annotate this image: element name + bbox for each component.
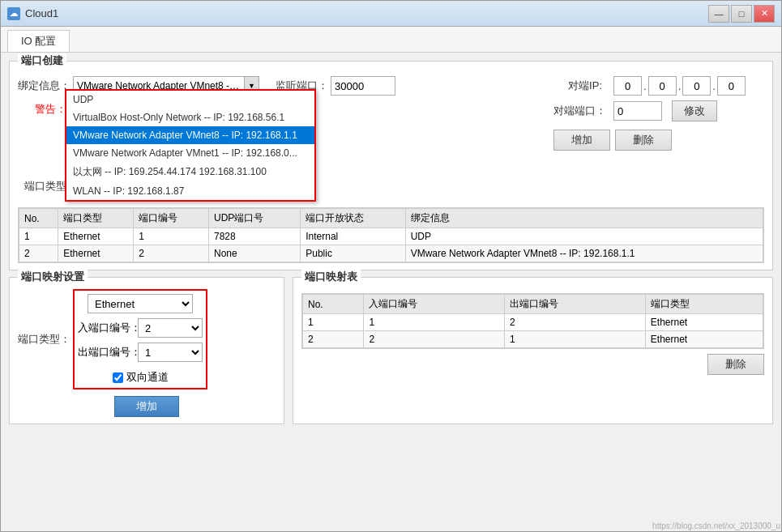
modify-button[interactable]: 修改 (672, 100, 717, 121)
col-portno: 端口编号 (134, 209, 209, 228)
in-port-label: 入端口编号： (78, 321, 135, 335)
peer-port-input[interactable] (613, 101, 662, 121)
table-row[interactable]: 2 2 1 Ethernet (303, 331, 763, 348)
peer-ip-octet2[interactable] (648, 76, 677, 96)
mapping-table: No. 入端口编号 出端口编号 端口类型 1 1 2 Ether (302, 294, 763, 348)
cell-portno: 2 (134, 245, 209, 262)
watermark: https://blog.csdn.net/xx_2013000_u (652, 521, 780, 530)
mapping-delete-row: 删除 (301, 354, 764, 375)
peer-ip-row: 对端IP: . . . (553, 76, 764, 96)
mapping-port-type-select[interactable]: Ethernet (88, 294, 193, 313)
port-creation-title: 端口创建 (18, 53, 66, 68)
bidirectional-row: 双向通道 (113, 370, 169, 385)
title-bar: ☁ Cloud1 — □ ✕ (1, 1, 781, 27)
close-button[interactable]: ✕ (754, 5, 775, 23)
mapping-in-port-row: 入端口编号： 2 1 (78, 318, 203, 338)
mapping-port-type-row: 端口类型： Ethernet 入端口编号： 2 1 (18, 289, 276, 389)
cell-portno: 1 (134, 228, 209, 245)
warn-label: 警告： (18, 102, 66, 117)
peer-ip-label: 对端IP: (553, 79, 602, 93)
map-col-no: No. (303, 295, 364, 314)
cell-udpport: None (209, 245, 301, 262)
maximize-button[interactable]: □ (731, 5, 752, 23)
map-cell-out: 1 (505, 331, 646, 348)
cell-binding: UDP (405, 228, 763, 245)
peer-ip-octet1[interactable] (613, 76, 642, 96)
dropdown-item-udp[interactable]: UDP (66, 91, 314, 109)
action-buttons: 增加 删除 (553, 130, 764, 151)
map-cell-no: 1 (303, 314, 364, 331)
cell-no: 1 (19, 228, 58, 245)
mapping-out-port-select[interactable]: 1 2 (138, 343, 203, 362)
cell-status: Internal (301, 228, 405, 245)
peer-ip-group: . . . (613, 76, 746, 96)
right-form: 对端IP: . . . 对端端口： (537, 76, 764, 151)
add-port-button[interactable]: 增加 (553, 130, 610, 151)
map-cell-type: Ethernet (645, 331, 763, 348)
tab-bar: IO 配置 (1, 27, 781, 53)
col-udpport: UDP端口号 (209, 209, 301, 228)
dropdown-item-vmnet8-selected[interactable]: VMware Network Adapter VMnet8 -- IP: 192… (66, 126, 314, 144)
map-col-out: 出端口编号 (505, 295, 646, 314)
cell-binding: VMware Network Adapter VMnet8 -- IP: 192… (405, 245, 763, 262)
out-port-label: 出端口编号： (78, 345, 135, 360)
table-row[interactable]: 2 Ethernet 2 None Public VMware Network … (19, 245, 763, 262)
tab-io-config[interactable]: IO 配置 (7, 30, 70, 52)
map-col-in: 入端口编号 (364, 295, 505, 314)
port-table-container: No. 端口类型 端口编号 UDP端口号 端口开放状态 绑定信息 1 Ether… (18, 207, 764, 263)
cell-status: Public (301, 245, 405, 262)
port-mapping-table-section: 端口映射表 No. 入端口编号 出端口编号 端口类型 (293, 277, 773, 424)
title-bar-left: ☁ Cloud1 (7, 7, 58, 20)
cell-no: 2 (19, 245, 58, 262)
title-controls: — □ ✕ (708, 5, 775, 23)
bottom-area: 端口映射设置 端口类型： Ethernet 入端口编号： (9, 277, 773, 432)
port-table: No. 端口类型 端口编号 UDP端口号 端口开放状态 绑定信息 1 Ether… (19, 208, 763, 262)
mapping-out-port-row: 出端口编号： 1 2 (78, 343, 203, 362)
content-area: 端口创建 绑定信息： VMware Network Adapter VMnet8… (1, 53, 781, 531)
dropdown-item-vbox[interactable]: VirtualBox Host-Only Network -- IP: 192.… (66, 109, 314, 126)
dropdown-item-vmnet1[interactable]: VMware Network Adapter VMnet1 -- IP: 192… (66, 144, 314, 162)
map-cell-in: 2 (364, 331, 505, 348)
map-cell-in: 1 (364, 314, 505, 331)
bind-dropdown-menu: UDP VirtualBox Host-Only Network -- IP: … (65, 89, 316, 202)
mapping-add-button[interactable]: 增加 (114, 396, 179, 417)
map-cell-type: Ethernet (645, 314, 763, 331)
delete-port-button[interactable]: 删除 (615, 130, 672, 151)
mapping-delete-button[interactable]: 删除 (707, 354, 764, 375)
map-col-type: 端口类型 (645, 295, 763, 314)
bind-label: 绑定信息： (18, 79, 66, 93)
listen-port-input[interactable] (331, 76, 395, 96)
dropdown-item-wlan[interactable]: WLAN -- IP: 192.168.1.87 (66, 182, 314, 200)
mapping-in-port-select[interactable]: 2 1 (138, 318, 203, 338)
minimize-button[interactable]: — (708, 5, 729, 23)
cell-type: Ethernet (58, 245, 134, 262)
peer-ip-octet3[interactable] (682, 76, 711, 96)
app-icon: ☁ (7, 7, 20, 20)
mapping-port-type-label: 端口类型： (18, 332, 66, 347)
mapping-add-btn-row: 增加 (18, 396, 276, 417)
col-no: No. (19, 209, 58, 228)
col-status: 端口开放状态 (301, 209, 405, 228)
cell-udpport: 7828 (209, 228, 301, 245)
map-cell-out: 2 (505, 314, 646, 331)
port-creation-section: 端口创建 绑定信息： VMware Network Adapter VMnet8… (9, 61, 773, 270)
map-cell-no: 2 (303, 331, 364, 348)
peer-port-label: 对端端口： (553, 104, 602, 118)
mapping-table-container: No. 入端口编号 出端口编号 端口类型 1 1 2 Ether (301, 293, 764, 349)
table-row[interactable]: 1 1 2 Ethernet (303, 314, 763, 331)
dropdown-item-ethernet[interactable]: 以太网 -- IP: 169.254.44.174 192.168.31.100 (66, 162, 314, 182)
window-title: Cloud1 (25, 7, 58, 19)
port-type-label: 端口类型 (18, 179, 66, 194)
mapping-type-row: Ethernet (88, 294, 193, 313)
port-mapping-settings-title: 端口映射设置 (18, 270, 88, 284)
left-form: 绑定信息： VMware Network Adapter VMnet8 -- I… (18, 76, 537, 202)
bidirectional-checkbox[interactable] (113, 372, 123, 383)
table-row[interactable]: 1 Ethernet 1 7828 Internal UDP (19, 228, 763, 245)
bidirectional-label: 双向通道 (126, 370, 169, 385)
port-mapping-settings-section: 端口映射设置 端口类型： Ethernet 入端口编号： (9, 277, 284, 424)
col-binding: 绑定信息 (405, 209, 763, 228)
port-mapping-table-title: 端口映射表 (301, 270, 361, 284)
cell-type: Ethernet (58, 228, 134, 245)
peer-port-row: 对端端口： 修改 (553, 100, 764, 121)
peer-ip-octet4[interactable] (717, 76, 746, 96)
